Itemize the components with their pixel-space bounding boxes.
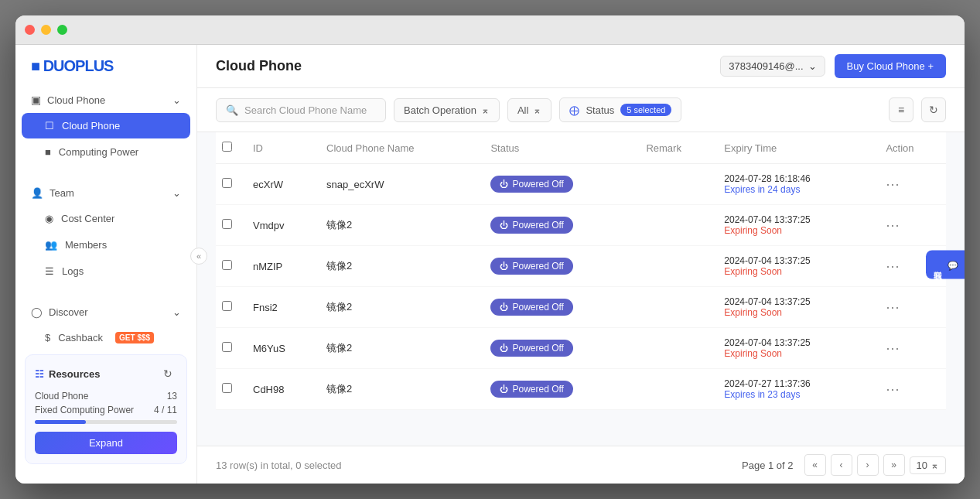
refresh-icon: ↻ <box>929 104 938 116</box>
cell-id: nMZIP <box>247 246 320 287</box>
cell-expiry: 2024-07-28 16:18:46 Expires in 24 days <box>718 164 879 205</box>
row-checkbox[interactable] <box>222 219 232 229</box>
action-menu-btn[interactable]: ⋯ <box>886 176 901 192</box>
power-off-icon: ⏻ <box>500 261 508 271</box>
cell-remark <box>640 328 718 369</box>
main-header: Cloud Phone 3783409146@... ⌄ Buy Cloud P… <box>197 45 965 88</box>
refresh-icon-btn[interactable]: ↻ <box>921 97 946 122</box>
header-right: 3783409146@... ⌄ Buy Cloud Phone + <box>720 54 946 78</box>
sidebar-group-cloud-phone[interactable]: ▣ Cloud Phone ⌄ <box>15 87 196 112</box>
page-size-chevron-icon: ⌅ <box>930 460 939 471</box>
buy-cloud-phone-button[interactable]: Buy Cloud Phone + <box>835 54 946 78</box>
batch-chevron-icon: ⌅ <box>481 104 490 116</box>
cell-action: ⋯ <box>879 205 946 246</box>
table-row: M6YuS 镜像2 ⏻ Powered Off 2024-07-04 13:37… <box>216 328 946 369</box>
cell-status: ⏻ Powered Off <box>484 205 640 246</box>
cell-status: ⏻ Powered Off <box>484 328 640 369</box>
resources-computing-label: Fixed Computing Power <box>35 405 134 415</box>
maximize-btn[interactable] <box>57 25 67 35</box>
table-header: ID Cloud Phone Name Status Remark Expiry… <box>216 132 946 164</box>
logs-icon: ☰ <box>45 265 54 277</box>
row-checkbox[interactable] <box>222 301 232 311</box>
last-page-btn[interactable]: » <box>883 454 905 476</box>
cell-name: 镜像2 <box>320 287 484 328</box>
prev-page-btn[interactable]: ‹ <box>831 454 852 476</box>
close-btn[interactable] <box>25 25 35 35</box>
select-all-checkbox[interactable] <box>222 142 232 152</box>
account-selector[interactable]: 3783409146@... ⌄ <box>720 56 825 77</box>
resources-computing-value: 4 / 11 <box>154 405 177 415</box>
page-title: Cloud Phone <box>216 58 302 74</box>
logo: ■ DUOPLUS <box>15 57 196 87</box>
logo-text: DUOPLUS <box>43 57 114 74</box>
action-menu-btn[interactable]: ⋯ <box>886 299 901 315</box>
sidebar-group-discover[interactable]: ◯ Discover ⌄ <box>15 300 196 324</box>
sidebar-item-cashback[interactable]: $ Cashback GET $$$ <box>22 325 190 350</box>
action-menu-btn[interactable]: ⋯ <box>886 258 901 274</box>
sidebar-section-team: 👤 Team ⌄ ◉ Cost Center 👥 Members ☰ Logs <box>15 181 196 285</box>
sidebar-logs-label: Logs <box>62 265 84 277</box>
resources-cloud-phone-row: Cloud Phone 13 <box>35 391 177 402</box>
cell-name: 镜像2 <box>320 246 484 287</box>
minimize-btn[interactable] <box>41 25 51 35</box>
table-container: ID Cloud Phone Name Status Remark Expiry… <box>197 132 965 446</box>
row-checkbox[interactable] <box>222 342 232 352</box>
table-row: CdH98 镜像2 ⏻ Powered Off 2024-07-27 11:37… <box>216 369 946 410</box>
action-menu-btn[interactable]: ⋯ <box>886 381 901 397</box>
expiry-date: 2024-07-04 13:37:25 <box>724 255 873 266</box>
chevron-down-icon: ⌄ <box>172 94 181 106</box>
sidebar-group-team[interactable]: 👤 Team ⌄ <box>15 181 196 205</box>
sidebar-item-members[interactable]: 👥 Members <box>22 232 190 258</box>
sidebar-item-computing-power[interactable]: ■ Computing Power <box>22 139 190 165</box>
discover-chevron-icon: ⌄ <box>172 306 181 318</box>
batch-operation-select[interactable]: Batch Operation ⌅ <box>394 98 500 122</box>
cell-remark <box>640 246 718 287</box>
cell-expiry: 2024-07-27 11:37:36 Expires in 23 days <box>718 369 879 410</box>
first-page-btn[interactable]: « <box>804 454 826 476</box>
sidebar-cloud-phone-label: Cloud Phone <box>47 94 105 106</box>
search-input[interactable]: 🔍 Search Cloud Phone Name <box>216 98 386 122</box>
cell-id: ecXrW <box>247 164 320 205</box>
cell-remark <box>640 205 718 246</box>
row-checkbox[interactable] <box>222 260 232 270</box>
action-menu-btn[interactable]: ⋯ <box>886 217 901 233</box>
row-checkbox[interactable] <box>222 178 232 188</box>
collapse-sidebar-btn[interactable]: « <box>190 248 207 265</box>
cell-id: M6YuS <box>247 328 320 369</box>
resources-refresh-btn[interactable]: ↻ <box>159 364 177 383</box>
page-size-select[interactable]: 10 ⌅ <box>910 456 946 474</box>
selected-count-badge: 5 selected <box>620 104 671 116</box>
float-chat-btn[interactable]: 💬 联系我们 <box>926 250 965 279</box>
page-info: Page 1 of 2 <box>742 460 794 471</box>
cell-expiry: 2024-07-04 13:37:25 Expiring Soon <box>718 287 879 328</box>
pagination: Page 1 of 2 « ‹ › » 10 ⌅ <box>742 454 946 476</box>
team-chevron-icon: ⌄ <box>172 187 181 199</box>
sidebar-item-cost-center[interactable]: ◉ Cost Center <box>22 206 190 231</box>
filter-all-select[interactable]: All ⌅ <box>507 98 551 122</box>
next-page-btn[interactable]: › <box>857 454 879 476</box>
expiry-date: 2024-07-28 16:18:46 <box>724 173 873 184</box>
action-menu-btn[interactable]: ⋯ <box>886 340 901 356</box>
col-id: ID <box>247 132 320 164</box>
cell-expiry: 2024-07-04 13:37:25 Expiring Soon <box>718 205 879 246</box>
sidebar-item-logs[interactable]: ☰ Logs <box>22 258 190 284</box>
cell-name: 镜像2 <box>320 205 484 246</box>
main-content: Cloud Phone 3783409146@... ⌄ Buy Cloud P… <box>197 45 965 484</box>
sidebar-members-label: Members <box>65 239 107 251</box>
filter-chevron-icon: ⌅ <box>533 104 541 116</box>
resources-rows: Cloud Phone 13 Fixed Computing Power 4 /… <box>35 391 177 415</box>
sidebar: ■ DUOPLUS ▣ Cloud Phone ⌄ ☐ Cloud Phone <box>15 45 197 484</box>
filter-icon-btn[interactable]: ≡ <box>889 97 913 122</box>
sidebar-item-cloud-phone[interactable]: ☐ Cloud Phone <box>22 113 190 138</box>
row-checkbox[interactable] <box>222 383 232 393</box>
progress-fill <box>35 420 86 424</box>
expiry-date: 2024-07-04 13:37:25 <box>724 337 873 348</box>
status-filter[interactable]: ⨁ Status 5 selected <box>559 97 681 122</box>
cashback-icon: $ <box>45 332 50 343</box>
progress-bar <box>35 420 177 424</box>
cell-action: ⋯ <box>879 287 946 328</box>
col-status: Status <box>484 132 640 164</box>
expand-button[interactable]: Expand <box>35 432 177 454</box>
cell-name: 镜像2 <box>320 328 484 369</box>
filter-label: All <box>517 104 528 116</box>
